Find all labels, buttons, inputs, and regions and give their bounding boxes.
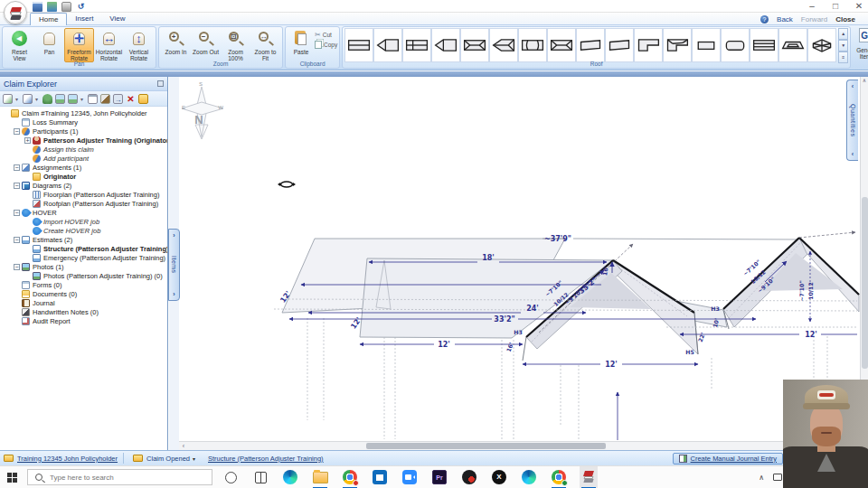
roof-shape-rectSmall-icon[interactable] (692, 28, 721, 62)
vertical-scroll-thumb[interactable] (862, 197, 868, 369)
app-logo-button[interactable] (4, 1, 27, 24)
expand-toggle-icon[interactable]: − (14, 164, 20, 171)
tree-item[interactable]: −Assignments (1) (0, 163, 167, 172)
create-journal-entry-button[interactable]: Create Manual Journal Entry (673, 453, 783, 465)
tree-item[interactable]: −Participants (1) (0, 127, 167, 136)
back-button[interactable]: Back (777, 15, 793, 23)
xactimate-taskbar-button[interactable] (580, 466, 598, 488)
close-button[interactable]: Close (835, 15, 855, 23)
export-icon[interactable]: → (113, 94, 123, 104)
tree-item[interactable]: Floorplan (Patterson Adjuster Training) (0, 190, 167, 199)
save-icon[interactable] (33, 2, 42, 12)
x-app-button[interactable]: X (490, 466, 508, 488)
maximize-button[interactable]: □ (830, 0, 841, 12)
copy-button[interactable]: Copy (315, 41, 337, 49)
horizontal-rotate-button[interactable]: ↔ Horizontal Rotate (94, 28, 124, 62)
delete-icon[interactable]: ✕ (126, 94, 136, 104)
display-icon[interactable] (773, 474, 782, 481)
tree-item[interactable]: Forms (0) (0, 280, 167, 289)
edge-beta-button[interactable] (520, 466, 538, 488)
photo2-icon[interactable] (68, 94, 78, 104)
roof-shape-shed-icon[interactable] (576, 28, 605, 62)
folder-icon[interactable] (138, 94, 148, 104)
tree-item[interactable]: −Photos (1) (0, 262, 167, 271)
freeform-rotate-button[interactable]: ✛ Freeform Rotate (64, 28, 94, 62)
tab-insert[interactable]: Insert (67, 13, 101, 25)
tab-view[interactable]: View (101, 13, 133, 25)
roof-shape-triRidge-icon[interactable] (750, 28, 778, 62)
items-side-tab[interactable]: › Items › (168, 229, 180, 301)
tree-item[interactable]: Structure (Patterson Adjuster Training) (0, 244, 167, 253)
expand-toggle-icon[interactable]: − (14, 210, 20, 216)
gallery-scroll-up-icon[interactable]: ▲ (838, 28, 848, 40)
pan-button[interactable]: Pan (34, 28, 64, 62)
expand-toggle-icon[interactable]: − (14, 264, 20, 270)
tree-item[interactable]: Create HOVER job (0, 226, 167, 235)
chrome-profile2-button[interactable] (550, 466, 568, 488)
scroll-left-icon[interactable]: ‹ (179, 442, 188, 450)
tray-expand-icon[interactable]: ∧ (759, 474, 764, 482)
media-app-button[interactable] (460, 466, 478, 488)
cortana-button[interactable] (222, 466, 240, 488)
search-input[interactable] (48, 473, 184, 483)
expand-toggle-icon[interactable]: − (14, 237, 20, 243)
tree-item[interactable]: +Patterson Adjuster Training (Originator… (0, 136, 167, 145)
gallery-scroll-down-icon[interactable]: ▼ (838, 40, 848, 52)
document-icon[interactable] (88, 94, 98, 104)
start-button[interactable] (0, 473, 24, 483)
tree-item[interactable]: Originator (0, 172, 167, 181)
edge-button[interactable] (281, 466, 299, 488)
roof-shape-hip-icon[interactable] (460, 28, 489, 62)
tree-item[interactable]: Assign this claim (0, 145, 167, 154)
roof-shape-ridge-icon[interactable] (402, 28, 431, 62)
vertical-rotate-button[interactable]: ↕ Vertical Rotate (124, 28, 154, 62)
tree-item[interactable]: Import HOVER job (0, 217, 167, 226)
photo-icon[interactable] (55, 94, 65, 104)
undo-icon[interactable]: ↺ (76, 2, 86, 12)
chevron-down-icon[interactable]: ▾ (35, 96, 40, 102)
quantities-side-tab[interactable]: ‹ Quantities ‹ (846, 80, 858, 161)
taskbar-search[interactable] (27, 469, 212, 485)
file-explorer-button[interactable] (311, 466, 329, 488)
chevron-down-icon[interactable]: ▾ (193, 455, 195, 462)
active-estimate-link[interactable]: Structure (Patterson Adjuster Training) (208, 455, 324, 463)
help-icon[interactable]: ? (760, 15, 769, 23)
roof-shape-gableL-icon[interactable] (373, 28, 402, 62)
roof-shape-hip-icon[interactable] (547, 28, 576, 62)
task-view-button[interactable] (251, 466, 269, 488)
roof-shape-hipEnd-icon[interactable] (778, 28, 807, 62)
signature-icon[interactable] (100, 94, 110, 104)
tree-item[interactable]: −HOVER (0, 208, 167, 217)
horizontal-scrollbar[interactable]: ‹ (179, 441, 860, 450)
tree-item[interactable]: Audit Report (0, 316, 167, 325)
roof-shape-cornerL-icon[interactable] (634, 28, 663, 62)
sketch-canvas[interactable]: S E W N (179, 77, 860, 450)
scroll-up-icon[interactable]: ∧ (861, 77, 868, 85)
roof-shape-cornerLhip-icon[interactable] (663, 28, 692, 62)
zoom-to-fit-button[interactable]: ↔ Zoom to Fit (250, 28, 280, 62)
expand-toggle-icon[interactable]: − (14, 128, 20, 135)
chevron-down-icon[interactable]: ▾ (80, 96, 85, 102)
tree-item[interactable]: −Diagrams (2) (0, 181, 167, 190)
roof-shape-shed-icon[interactable] (605, 28, 634, 62)
roof-shape-gableLhip-icon[interactable] (489, 28, 518, 62)
claim-status-link[interactable]: Training 12345 John Policyholder (17, 455, 118, 463)
zoom-app-button[interactable] (401, 466, 419, 488)
window-close-button[interactable]: ✕ (854, 0, 864, 12)
tree-item[interactable]: Emergency (Patterson Adjuster Training) (0, 253, 167, 262)
pin-icon[interactable] (157, 80, 164, 87)
expand-toggle-icon[interactable]: − (14, 183, 20, 189)
reset-view-button[interactable]: ◀ Reset View (5, 28, 34, 62)
roof-shape-hex-icon[interactable] (807, 28, 836, 62)
participant-icon[interactable] (42, 94, 52, 104)
tree-item[interactable]: Documents (0) (0, 289, 167, 298)
zoom-in-button[interactable]: + Zoom In (161, 28, 191, 62)
tree-item[interactable]: Journal (0, 298, 167, 307)
minimize-button[interactable]: – (807, 0, 817, 12)
tree-item[interactable]: Roofplan (Patterson Adjuster Training) (0, 199, 167, 208)
general-items-button[interactable]: G General Items (856, 27, 868, 69)
horizontal-scroll-thumb[interactable] (366, 443, 606, 449)
tree-item[interactable]: Loss Summary (0, 117, 167, 127)
print-icon[interactable] (61, 2, 71, 12)
chevron-down-icon[interactable]: ▾ (15, 96, 20, 102)
